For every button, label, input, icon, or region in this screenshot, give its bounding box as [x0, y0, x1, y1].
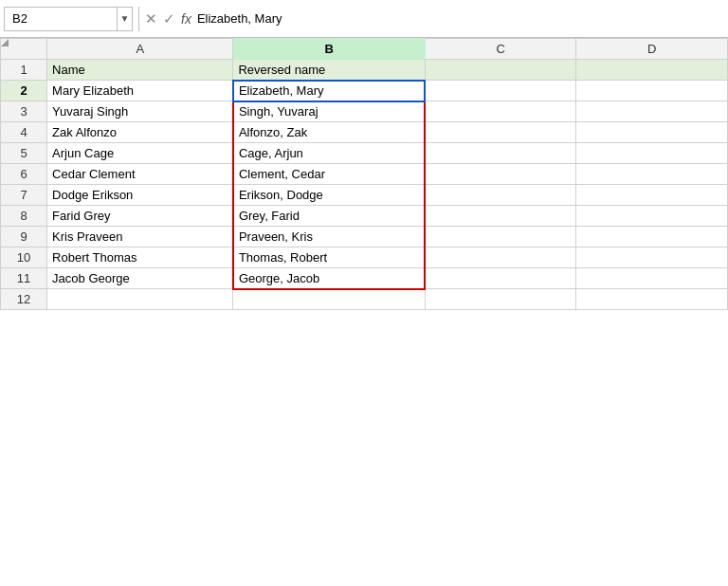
cell-C1[interactable]: [425, 60, 576, 81]
cell-B11[interactable]: George, Jacob: [233, 268, 425, 289]
cell-D7[interactable]: [576, 185, 728, 206]
cell-C11[interactable]: [425, 268, 576, 289]
cell-B5[interactable]: Cage, Arjun: [233, 143, 425, 164]
cell-C10[interactable]: [425, 247, 576, 268]
cell-C2[interactable]: [425, 81, 576, 101]
cell-D10[interactable]: [576, 247, 728, 268]
cell-D5[interactable]: [576, 143, 728, 164]
row-header-6: 6: [1, 164, 47, 185]
cell-B3[interactable]: Singh, Yuvaraj: [233, 101, 425, 122]
cell-A7[interactable]: Dodge Erikson: [47, 185, 233, 206]
row-header-5: 5: [1, 143, 47, 164]
row-header-10: 10: [1, 247, 47, 268]
spreadsheet: A B C D 1NameReversed name2Mary Elizabet…: [0, 38, 728, 310]
cell-B6[interactable]: Clement, Cedar: [233, 164, 425, 185]
row-header-8: 8: [1, 206, 47, 227]
cell-D6[interactable]: [576, 164, 728, 185]
corner-triangle: [1, 39, 9, 46]
col-header-d[interactable]: D: [576, 39, 728, 60]
cell-C9[interactable]: [425, 227, 576, 247]
cell-D3[interactable]: [576, 101, 728, 122]
col-header-b[interactable]: B: [233, 39, 425, 60]
cell-B4[interactable]: Alfonzo, Zak: [233, 122, 425, 143]
cell-A6[interactable]: Cedar Clement: [47, 164, 233, 185]
cell-A8[interactable]: Farid Grey: [47, 206, 233, 227]
cell-C5[interactable]: [425, 143, 576, 164]
cell-D2[interactable]: [576, 81, 728, 101]
row-header-1: 1: [1, 60, 47, 81]
spreadsheet-wrapper: A B C D 1NameReversed name2Mary Elizabet…: [0, 38, 728, 310]
cell-B1[interactable]: Reversed name: [233, 60, 425, 81]
row-header-9: 9: [1, 227, 47, 247]
cell-D1[interactable]: [576, 60, 728, 81]
cell-B9[interactable]: Praveen, Kris: [233, 227, 425, 247]
formula-icons: ✕ ✓: [145, 10, 175, 27]
col-header-a[interactable]: A: [47, 39, 233, 60]
cell-D9[interactable]: [576, 227, 728, 247]
cell-D11[interactable]: [576, 268, 728, 289]
cell-B10[interactable]: Thomas, Robert: [233, 247, 425, 268]
cell-D12[interactable]: [576, 289, 728, 310]
cell-D8[interactable]: [576, 206, 728, 227]
row-header-2: 2: [1, 81, 47, 101]
cell-C3[interactable]: [425, 101, 576, 122]
formula-input[interactable]: [197, 11, 724, 26]
cell-A2[interactable]: Mary Elizabeth: [47, 81, 233, 101]
cell-D4[interactable]: [576, 122, 728, 143]
confirm-icon[interactable]: ✓: [163, 10, 175, 27]
cell-C8[interactable]: [425, 206, 576, 227]
cell-A4[interactable]: Zak Alfonzo: [47, 122, 233, 143]
cell-A1[interactable]: Name: [47, 60, 233, 81]
cell-A3[interactable]: Yuvaraj Singh: [47, 101, 233, 122]
cell-C6[interactable]: [425, 164, 576, 185]
cancel-icon[interactable]: ✕: [145, 10, 157, 27]
row-header-3: 3: [1, 101, 47, 122]
row-header-4: 4: [1, 122, 47, 143]
name-box-dropdown[interactable]: ▼: [118, 7, 133, 31]
col-header-c[interactable]: C: [425, 39, 576, 60]
cell-C4[interactable]: [425, 122, 576, 143]
row-header-7: 7: [1, 185, 47, 206]
cell-A11[interactable]: Jacob George: [47, 268, 233, 289]
cell-B2[interactable]: Elizabeth, Mary: [233, 81, 425, 101]
cell-B12[interactable]: [233, 289, 425, 310]
cell-A5[interactable]: Arjun Cage: [47, 143, 233, 164]
cell-C12[interactable]: [425, 289, 576, 310]
cell-B7[interactable]: Erikson, Dodge: [233, 185, 425, 206]
cell-A12[interactable]: [47, 289, 233, 310]
cell-C7[interactable]: [425, 185, 576, 206]
row-header-12: 12: [1, 289, 47, 310]
name-box[interactable]: B2: [4, 7, 118, 31]
cell-B8[interactable]: Grey, Farid: [233, 206, 425, 227]
formula-divider: [138, 7, 139, 31]
corner-cell: [1, 39, 47, 60]
fx-label: fx: [181, 11, 191, 27]
formula-bar: B2 ▼ ✕ ✓ fx: [0, 0, 728, 38]
cell-A9[interactable]: Kris Praveen: [47, 227, 233, 247]
row-header-11: 11: [1, 268, 47, 289]
cell-A10[interactable]: Robert Thomas: [47, 247, 233, 268]
